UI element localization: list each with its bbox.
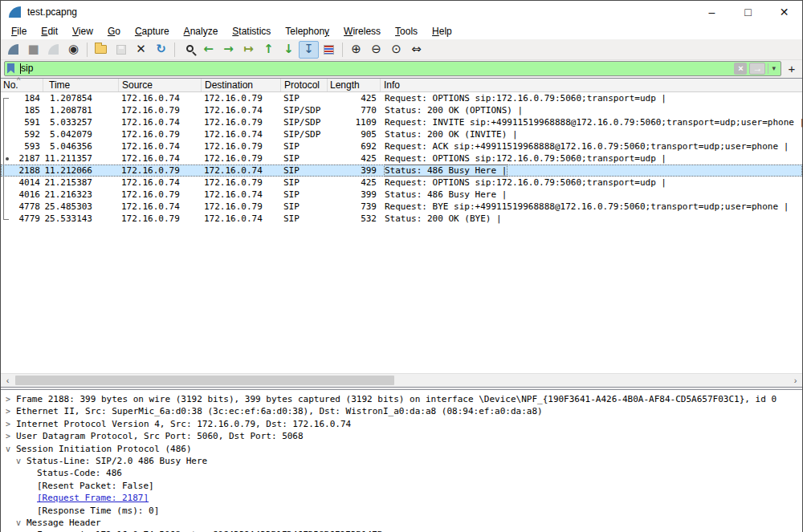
colorize-packet-list-button[interactable] (319, 41, 339, 59)
collapsed-arrow-icon[interactable]: > (6, 393, 16, 405)
cell-info: Status: 486 Busy Here | (381, 189, 802, 201)
cell-src: 172.16.0.79 (119, 189, 202, 201)
column-header-len[interactable]: Length (328, 79, 381, 91)
window-title: test.pcapng (27, 6, 77, 18)
filter-apply-icon[interactable]: → (749, 63, 765, 75)
detail-line-10[interactable]: vMessage Header (1, 517, 802, 529)
packet-row-2187[interactable]: 218711.211357172.16.0.74172.16.0.79SIP42… (1, 152, 802, 164)
minimize-button[interactable]: – (694, 1, 730, 23)
go-forward-button[interactable]: → (218, 41, 238, 59)
menu-view[interactable]: View (65, 24, 100, 39)
stop-capture-button[interactable]: ■ (23, 41, 43, 59)
zoom-in-button[interactable]: ⊕ (346, 41, 366, 59)
menu-go[interactable]: Go (100, 24, 128, 39)
go-to-bottom-button[interactable]: ↓ (279, 41, 299, 59)
column-header-proto[interactable]: Protocol (281, 79, 328, 91)
filter-value[interactable]: sip (21, 63, 734, 74)
packet-row-185[interactable]: 1851.208781172.16.0.79172.16.0.74SIP/SDP… (1, 104, 802, 116)
scroll-right-arrow-icon[interactable]: › (789, 374, 802, 387)
reload-capture-file-button[interactable]: ↻ (151, 41, 171, 59)
detail-line-3[interactable]: >User Datagram Protocol, Src Port: 5060,… (1, 430, 802, 442)
menu-statistics[interactable]: Statistics (225, 24, 278, 39)
menu-telephony[interactable]: Telephony (278, 24, 336, 39)
title-bar: test.pcapng – □ ✕ (1, 1, 802, 23)
go-back-button[interactable]: ← (198, 41, 218, 59)
packet-row-4779[interactable]: 477925.533143172.16.0.79172.16.0.74SIP53… (1, 213, 802, 225)
detail-line-11[interactable]: >From: <sip:172.16.0.74:5068>;tag=C0C433… (1, 529, 802, 532)
detail-line-7[interactable]: >[Resent Packet: False] (1, 480, 802, 492)
packet-row-4016[interactable]: 401621.216323172.16.0.79172.16.0.74SIP39… (1, 189, 802, 201)
packet-row-2188[interactable]: 218811.212066172.16.0.79172.16.0.74SIP39… (1, 164, 802, 177)
detail-line-2[interactable]: >Internet Protocol Version 4, Src: 172.1… (1, 418, 802, 430)
packet-row-4778[interactable]: 477825.485303172.16.0.74172.16.0.79SIP73… (1, 201, 802, 213)
packet-row-591[interactable]: 5915.033257172.16.0.74172.16.0.79SIP/SDP… (1, 116, 802, 128)
cell-dst: 172.16.0.79 (202, 177, 281, 189)
menu-edit[interactable]: Edit (34, 24, 65, 39)
filter-dropdown-arrow-icon[interactable]: ▾ (768, 63, 779, 74)
menu-wireless[interactable]: Wireless (336, 24, 388, 39)
restart-capture-button[interactable] (43, 41, 63, 59)
cell-len: 425 (328, 177, 381, 189)
go-to-top-button[interactable]: ↑ (259, 41, 279, 59)
display-filter-input[interactable]: sip × → ▾ (4, 61, 781, 76)
detail-line-0[interactable]: >Frame 2188: 399 bytes on wire (3192 bit… (1, 393, 802, 405)
expanded-arrow-icon[interactable]: v (16, 517, 26, 529)
detail-line-8[interactable]: >[Request Frame: 2187] (1, 492, 802, 504)
detail-line-5[interactable]: vStatus-Line: SIP/2.0 486 Busy Here (1, 455, 802, 467)
detail-line-6[interactable]: >Status-Code: 486 (1, 467, 802, 479)
menu-analyze[interactable]: Analyze (177, 24, 226, 39)
packet-row-592[interactable]: 5925.042079172.16.0.79172.16.0.74SIP/SDP… (1, 128, 802, 140)
column-header-info[interactable]: Info (381, 79, 802, 91)
request-frame-link[interactable]: [Request Frame: 2187] (37, 492, 149, 504)
packet-list-pane: ^ No.TimeSourceDestinationProtocolLength… (1, 78, 802, 388)
save-capture-file-button[interactable] (111, 41, 131, 59)
scroll-left-arrow-icon[interactable]: ‹ (1, 374, 14, 387)
packet-row-4014[interactable]: 401421.215387172.16.0.74172.16.0.79SIP42… (1, 177, 802, 189)
cell-len: 399 (328, 189, 381, 201)
detail-line-1[interactable]: >Ethernet II, Src: SuperMic_6a:d0:38 (3c… (1, 405, 802, 417)
cell-info: Request: OPTIONS sip:172.16.0.79:5060;tr… (381, 152, 802, 164)
detail-text: Status-Line: SIP/2.0 486 Busy Here (26, 455, 207, 467)
collapsed-arrow-icon[interactable]: > (6, 430, 16, 442)
go-to-top-icon: ↑ (263, 43, 274, 55)
go-to-packet-button[interactable]: ↦ (238, 41, 259, 59)
filter-bookmark-icon[interactable] (7, 63, 14, 74)
column-header-time[interactable]: Time (43, 79, 119, 91)
start-capture-button[interactable] (3, 41, 23, 59)
column-header-no[interactable]: No. (1, 79, 43, 91)
expanded-arrow-icon[interactable]: v (16, 455, 26, 467)
zoom-out-button[interactable]: ⊖ (366, 41, 386, 59)
horizontal-scrollbar[interactable]: ‹ › (1, 373, 802, 387)
cell-info: Request: INVITE sip:+49911519968888@172.… (381, 116, 802, 128)
filter-add-button[interactable]: + (785, 62, 799, 75)
column-header-src[interactable]: Source (119, 79, 202, 91)
capture-options-button[interactable]: ◉ (63, 41, 84, 59)
menu-help[interactable]: Help (425, 24, 459, 39)
expanded-arrow-icon[interactable]: v (6, 443, 16, 455)
packet-row-593[interactable]: 5935.046356172.16.0.74172.16.0.79SIP692R… (1, 140, 802, 152)
collapsed-arrow-icon[interactable]: > (26, 529, 37, 532)
maximize-button[interactable]: □ (730, 1, 766, 23)
zoom-normal-size-button[interactable]: ⊙ (386, 41, 406, 59)
resize-columns-button[interactable]: ⇔ (406, 41, 426, 59)
detail-line-9[interactable]: >[Response Time (ms): 0] (1, 505, 802, 517)
open-capture-file-button[interactable] (91, 41, 111, 59)
auto-scroll-live-capture-button[interactable]: ↧ (299, 41, 319, 59)
window-controls: – □ ✕ (694, 1, 802, 23)
cell-proto: SIP/SDP (281, 104, 328, 116)
close-capture-file-button[interactable]: ✕ (131, 41, 151, 59)
menu-capture[interactable]: Capture (128, 24, 177, 39)
packet-row-184[interactable]: 1841.207854172.16.0.74172.16.0.79SIP425R… (1, 92, 802, 104)
filter-clear-icon[interactable]: × (734, 63, 747, 75)
collapsed-arrow-icon[interactable]: > (6, 418, 16, 430)
menu-tools[interactable]: Tools (388, 24, 425, 39)
info-text: Status: 200 OK (INVITE) | (385, 129, 518, 140)
detail-line-4[interactable]: vSession Initiation Protocol (486) (1, 443, 802, 455)
cell-time: 11.212066 (43, 164, 119, 177)
close-button[interactable]: ✕ (766, 1, 802, 23)
find-packet-button[interactable] (178, 41, 198, 59)
collapsed-arrow-icon[interactable]: > (6, 405, 16, 417)
scrollbar-thumb[interactable] (15, 376, 394, 385)
column-header-dst[interactable]: Destination (202, 79, 281, 91)
menu-file[interactable]: File (4, 24, 34, 39)
